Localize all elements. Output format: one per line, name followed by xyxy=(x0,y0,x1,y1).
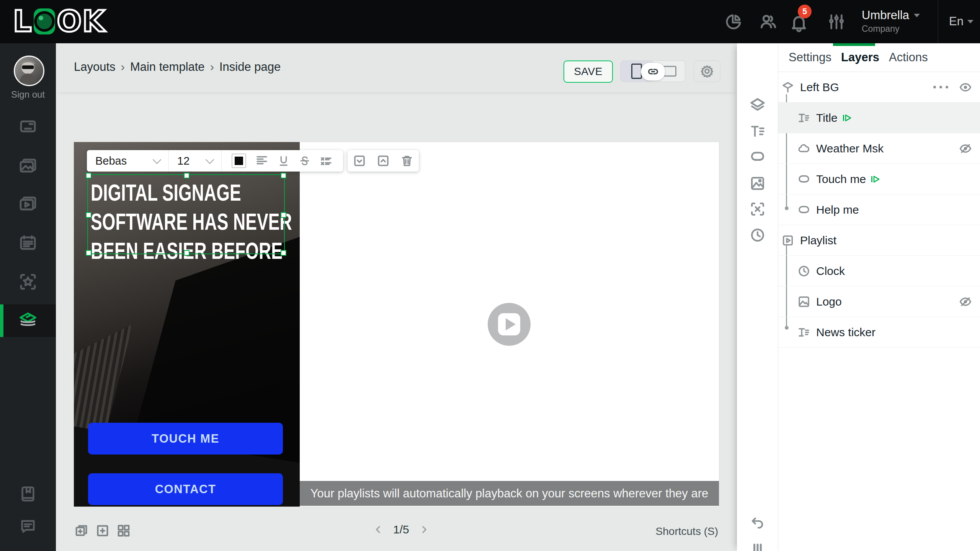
orientation-toggle[interactable] xyxy=(620,60,685,82)
save-button[interactable]: SAVE xyxy=(564,60,613,83)
title-line: BEEN EASIER BEFORE xyxy=(91,236,229,265)
shortcuts-link[interactable]: Shortcuts (S) xyxy=(596,525,718,538)
undo-button[interactable] xyxy=(749,514,766,532)
panel-tabs: Settings Layers Actions xyxy=(778,43,980,72)
play-icon xyxy=(498,313,520,335)
columns-button[interactable] xyxy=(749,540,766,551)
duplicate-page-icon xyxy=(74,523,89,538)
schedule-icon xyxy=(19,234,37,252)
list-icon xyxy=(319,154,333,168)
grid-view-button[interactable] xyxy=(116,523,131,538)
next-page-chevron-icon[interactable] xyxy=(419,525,429,535)
title-text-element[interactable]: DIGITAL SIGNAGE SOFTWARE HAS NEVER BEEN … xyxy=(91,178,282,265)
layer-row-clock[interactable]: Clock xyxy=(778,256,980,286)
bring-forward-button[interactable] xyxy=(376,154,390,168)
resize-handle-ne[interactable] xyxy=(281,173,286,178)
sidebar-item-apps[interactable] xyxy=(0,265,56,298)
avatar[interactable] xyxy=(14,56,44,86)
layouts-layers-icon xyxy=(18,311,38,331)
settings-sliders-icon[interactable] xyxy=(828,13,845,31)
cloud-icon xyxy=(797,142,810,155)
sign-out-link[interactable]: Sign out xyxy=(0,89,56,100)
layer-label: Weather Msk xyxy=(816,142,884,155)
visibility-eye-off-icon[interactable] xyxy=(959,295,972,308)
breadcrumb-layouts[interactable]: Layouts xyxy=(74,60,116,74)
title-line: SOFTWARE HAS NEVER xyxy=(91,207,229,236)
visibility-eye-off-icon[interactable] xyxy=(959,142,972,155)
align-left-icon xyxy=(255,154,269,168)
sidebar-item-layouts[interactable] xyxy=(0,304,56,337)
visibility-eye-icon[interactable] xyxy=(959,81,972,94)
text-icon xyxy=(797,326,810,339)
font-family-select[interactable]: Bebas xyxy=(87,150,168,172)
prev-page-chevron-icon[interactable] xyxy=(373,525,383,535)
list-button[interactable] xyxy=(319,154,333,168)
layer-row-weather-msk[interactable]: Weather Msk xyxy=(778,133,980,164)
send-backward-button[interactable] xyxy=(353,154,366,168)
layer-row-help-me[interactable]: Help me xyxy=(778,195,980,225)
arrow-up-square-icon xyxy=(376,154,390,168)
news-ticker-element[interactable]: Your playlists will automatically playba… xyxy=(300,481,719,506)
breadcrumb-separator: › xyxy=(210,60,214,74)
left-bg-photo[interactable]: DIGITAL SIGNAGE SOFTWARE HAS NEVER BEEN … xyxy=(74,142,300,507)
breadcrumb-main-template[interactable]: Main template xyxy=(130,60,205,74)
title-line: DIGITAL SIGNAGE xyxy=(91,178,229,207)
chevron-down-icon xyxy=(967,20,973,23)
layer-row-touch-me[interactable]: Touch me xyxy=(778,164,980,195)
canvas-artboard[interactable]: DIGITAL SIGNAGE SOFTWARE HAS NEVER BEEN … xyxy=(74,142,719,507)
language-selector[interactable]: En xyxy=(949,15,973,28)
add-layer-button[interactable] xyxy=(749,96,766,114)
add-clock-button[interactable] xyxy=(749,226,766,244)
sidebar-item-media[interactable] xyxy=(0,149,56,182)
sidebar-item-schedule[interactable] xyxy=(0,226,56,259)
look-logo[interactable]: L O K xyxy=(13,7,106,36)
users-icon[interactable] xyxy=(758,12,777,31)
layer-row-logo[interactable]: Logo xyxy=(778,286,980,317)
sidebar-item-support[interactable] xyxy=(0,510,56,543)
account-menu[interactable]: Umbrella Company xyxy=(862,8,920,34)
playlist-placeholder[interactable] xyxy=(488,303,531,346)
button-icon xyxy=(797,173,810,186)
contact-button[interactable]: CONTACT xyxy=(88,473,283,505)
link-orientations-toggle[interactable] xyxy=(641,62,665,81)
trash-icon xyxy=(400,154,414,168)
layer-label: Logo xyxy=(816,295,842,308)
page-indicator: 1/5 xyxy=(393,523,409,536)
sidebar-item-screens[interactable] xyxy=(0,110,56,143)
tab-layers[interactable]: Layers xyxy=(841,51,879,64)
align-button[interactable] xyxy=(255,154,269,168)
text-color-button[interactable] xyxy=(232,154,246,168)
delete-button[interactable] xyxy=(400,154,414,168)
columns-icon xyxy=(750,541,765,551)
resize-handle-nw[interactable] xyxy=(86,173,91,178)
layer-row-left-bg[interactable]: Left BG xyxy=(778,72,980,103)
underline-button[interactable] xyxy=(278,155,290,167)
text-toolbar: Bebas 12 xyxy=(87,150,343,172)
tab-settings[interactable]: Settings xyxy=(789,51,831,64)
duplicate-page-button[interactable] xyxy=(74,523,89,538)
tab-actions[interactable]: Actions xyxy=(889,51,928,64)
sidebar-item-playlists[interactable] xyxy=(0,187,56,220)
screens-icon xyxy=(19,118,37,136)
breadcrumb: Layouts › Main template › Inside page xyxy=(74,60,281,74)
add-image-button[interactable] xyxy=(749,175,766,192)
layer-row-playlist[interactable]: Playlist xyxy=(778,225,980,256)
layer-row-title[interactable]: Title xyxy=(778,103,980,133)
resize-handle-n[interactable] xyxy=(184,173,189,178)
layer-options-dots-icon[interactable] xyxy=(933,86,948,88)
add-page-button[interactable] xyxy=(95,523,110,538)
font-size-select[interactable]: 12 xyxy=(169,150,221,172)
touch-me-button[interactable]: TOUCH ME xyxy=(88,423,283,455)
layers-icon xyxy=(781,81,794,94)
layout-settings-button[interactable] xyxy=(694,60,720,82)
strikethrough-button[interactable] xyxy=(299,155,310,167)
add-text-button[interactable] xyxy=(749,123,766,140)
button-icon xyxy=(797,203,810,216)
sidebar-item-docs[interactable] xyxy=(0,477,56,510)
strikethrough-icon xyxy=(299,155,310,167)
add-button-button[interactable] xyxy=(749,148,766,166)
add-qr-button[interactable] xyxy=(749,200,766,218)
layer-label: Touch me xyxy=(816,173,866,186)
analytics-pie-icon[interactable] xyxy=(725,13,742,31)
layer-row-news-ticker[interactable]: News ticker xyxy=(778,317,980,348)
